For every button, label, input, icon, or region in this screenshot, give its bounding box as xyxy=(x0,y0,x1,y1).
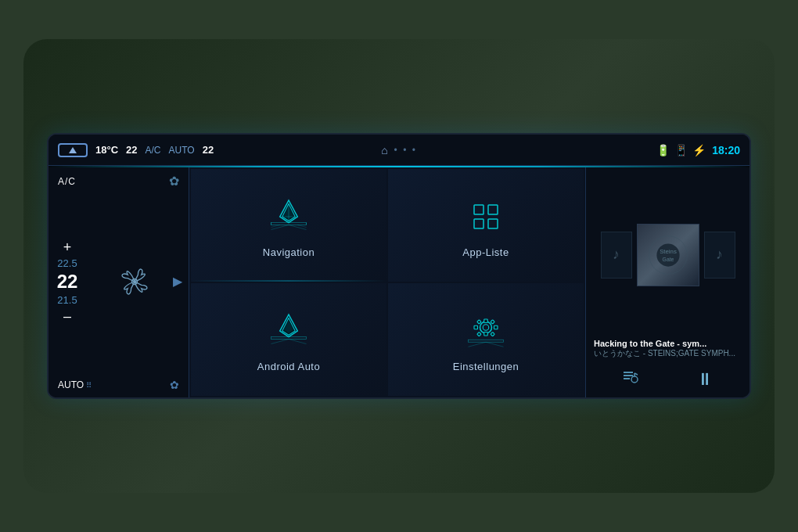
svg-rect-44 xyxy=(624,378,630,379)
temp-setting: 22 xyxy=(126,144,137,156)
album-prev: ♪ xyxy=(601,232,632,279)
car-frame: 18°C 22 A/C AUTO 22 ⌂ • • • 🔋 📱 ⚡ 18:20 xyxy=(23,39,775,493)
menu-item-einstellungen[interactable]: Einstellungen xyxy=(388,283,584,396)
svg-line-5 xyxy=(289,225,307,229)
home-icon[interactable]: ⌂ xyxy=(381,144,387,156)
menu-panel: Navigation App-Liste xyxy=(189,167,585,397)
ac-label: A/C xyxy=(146,145,161,156)
temp-minus-button[interactable]: – xyxy=(63,309,71,323)
navigation-icon xyxy=(265,193,312,240)
music-panel: ♪ xyxy=(585,167,749,397)
svg-point-27 xyxy=(483,324,489,330)
ac-title: A/C xyxy=(58,176,76,187)
climate-body: + 22.5 22 21.5 – xyxy=(49,189,189,374)
auto-label: AUTO xyxy=(169,145,195,156)
menu-item-android-auto[interactable]: Android Auto xyxy=(191,283,386,396)
music-artist: いとうかなこ - STEINS;GATE SYMPH... xyxy=(594,348,742,359)
auto-mode[interactable]: AUTO ⠿ xyxy=(58,379,92,390)
svg-rect-13 xyxy=(474,205,483,214)
temp-plus-button[interactable]: + xyxy=(63,240,72,254)
svg-rect-30 xyxy=(474,325,478,329)
app-liste-icon xyxy=(462,193,509,240)
album-area: ♪ xyxy=(586,167,749,339)
status-center: ⌂ • • • xyxy=(286,144,513,156)
einstellungen-icon xyxy=(462,307,509,354)
infotainment-screen: 18°C 22 A/C AUTO 22 ⌂ • • • 🔋 📱 ⚡ 18:20 xyxy=(47,133,751,399)
battery-icon: 🔋 xyxy=(656,144,670,156)
temp-current: 22 xyxy=(57,271,78,293)
svg-rect-35 xyxy=(491,332,494,336)
android-auto-label: Android Auto xyxy=(257,361,320,372)
nav-arrow-icon xyxy=(69,147,77,153)
album-next: ♪ xyxy=(704,232,735,279)
menu-item-app-liste[interactable]: App-Liste xyxy=(388,169,584,282)
status-bar: 18°C 22 A/C AUTO 22 ⌂ • • • 🔋 📱 ⚡ 18:20 xyxy=(49,135,749,166)
phone-icon: 📱 xyxy=(674,144,688,156)
svg-text:Steins: Steins xyxy=(660,248,677,255)
svg-rect-32 xyxy=(477,319,481,323)
album-art-svg: Steins Gate xyxy=(638,225,699,286)
grid-line xyxy=(191,280,386,282)
svg-rect-28 xyxy=(484,319,488,323)
fan-arrow-icon: ▶ xyxy=(173,274,182,289)
menu-item-navigation[interactable]: Navigation xyxy=(191,169,386,282)
music-controls: ⏸ xyxy=(586,364,749,397)
svg-rect-14 xyxy=(488,205,498,214)
svg-line-19 xyxy=(289,339,307,343)
svg-rect-31 xyxy=(494,325,498,329)
temp-below: 21.5 xyxy=(57,294,77,306)
nav-button[interactable] xyxy=(58,143,88,157)
play-pause-button[interactable]: ⏸ xyxy=(696,369,714,390)
auto-temp: 22 xyxy=(203,144,214,156)
music-title: Hacking to the Gate - sym... xyxy=(594,339,742,348)
temp-controls: + 22.5 22 21.5 – xyxy=(49,240,80,323)
fan-animation xyxy=(107,254,162,309)
navigation-label: Navigation xyxy=(263,246,315,258)
temp-above: 22.5 xyxy=(57,257,77,269)
fan-visual: ▶ xyxy=(80,254,189,309)
fan-speed-icon[interactable]: ✿ xyxy=(170,379,179,391)
status-right: 🔋 📱 ⚡ 18:20 xyxy=(512,144,740,156)
svg-point-45 xyxy=(631,376,638,383)
music-info: Hacking to the Gate - sym... いとうかなこ - ST… xyxy=(586,339,749,364)
svg-line-24 xyxy=(469,342,487,347)
playlist-button[interactable] xyxy=(622,368,639,390)
svg-text:Gate: Gate xyxy=(662,256,674,261)
svg-rect-23 xyxy=(469,340,504,342)
einstellungen-label: Einstellungen xyxy=(453,361,519,372)
status-icons: 🔋 📱 ⚡ xyxy=(656,144,706,156)
auto-dots-icon: ⠿ xyxy=(86,381,92,390)
svg-rect-42 xyxy=(624,372,633,373)
android-auto-icon xyxy=(265,307,312,354)
clock: 18:20 xyxy=(712,144,740,156)
fan-icon: ✿ xyxy=(169,174,179,189)
climate-bottom: AUTO ⠿ ✿ xyxy=(49,374,189,397)
main-content: A/C ✿ + 22.5 22 21.5 – xyxy=(49,167,749,397)
climate-panel: A/C ✿ + 22.5 22 21.5 – xyxy=(49,167,189,397)
svg-line-4 xyxy=(271,225,289,229)
svg-rect-15 xyxy=(474,219,483,228)
status-dots: • • • xyxy=(394,145,417,156)
app-liste-label: App-Liste xyxy=(462,246,509,258)
svg-rect-43 xyxy=(624,375,633,376)
outside-temp: 18°C xyxy=(95,144,118,156)
album-art-image: Steins Gate xyxy=(638,225,699,286)
svg-line-7 xyxy=(297,225,306,227)
svg-line-25 xyxy=(486,342,504,347)
svg-rect-33 xyxy=(491,319,494,323)
svg-line-18 xyxy=(271,339,289,343)
svg-rect-34 xyxy=(477,332,481,336)
playlist-icon xyxy=(622,368,639,386)
signal-icon: ⚡ xyxy=(692,144,706,156)
svg-rect-16 xyxy=(488,219,498,228)
svg-line-6 xyxy=(271,225,280,227)
temp-display: 22.5 22 21.5 xyxy=(57,257,78,306)
status-left: 18°C 22 A/C AUTO 22 xyxy=(58,143,286,157)
svg-rect-29 xyxy=(484,332,488,336)
album-art: Steins Gate xyxy=(637,224,699,286)
svg-point-26 xyxy=(480,322,492,333)
